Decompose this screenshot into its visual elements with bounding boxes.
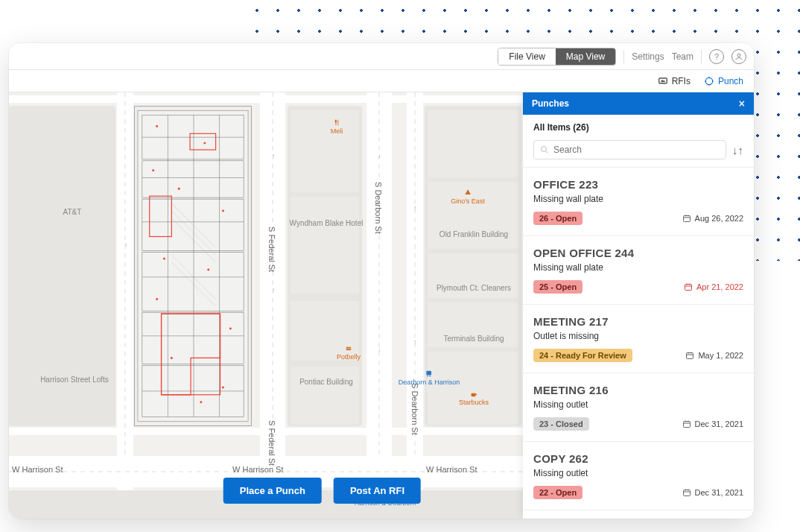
punch-title: OFFICE 223 — [533, 178, 743, 191]
punch-item[interactable]: OFFICE 240 — [523, 510, 754, 519]
transit-dearborn-harrison: Dearborn & Harrison — [399, 370, 460, 386]
poi-starbucks: Starbucks — [459, 390, 489, 406]
status-badge: 23 - Closed — [533, 417, 589, 431]
punch-title: COPY 262 — [533, 452, 743, 465]
map-view-tab[interactable]: Map View — [556, 48, 615, 65]
sort-icon[interactable]: ↓↑ — [732, 144, 743, 156]
svg-line-75 — [546, 151, 548, 153]
calendar-icon — [685, 351, 694, 360]
punch-item[interactable]: MEETING 216 Missing outlet 23 - Closed D… — [523, 373, 754, 442]
svg-rect-76 — [683, 216, 690, 222]
punch-date: Aug 26, 2022 — [682, 214, 743, 223]
punch-title: MEETING 217 — [533, 315, 743, 328]
svg-point-57 — [178, 188, 180, 190]
user-icon[interactable] — [731, 49, 746, 64]
map-label-pontiac: Pontiac Building — [299, 378, 353, 386]
separator — [701, 50, 702, 63]
punch-item[interactable]: MEETING 217 Outlet is missing 24 - Ready… — [523, 305, 754, 373]
svg-point-65 — [222, 386, 224, 388]
punch-list[interactable]: OFFICE 223 Missing wall plate 26 - Open … — [523, 168, 754, 519]
map-actions: Place a Punch Post An RFI — [223, 478, 421, 504]
punch-item[interactable]: COPY 262 Missing outlet 22 - Open Dec 31… — [523, 442, 754, 510]
status-badge: 22 - Open — [533, 486, 582, 499]
secondary-toolbar: RFIs Punch — [9, 70, 754, 92]
svg-rect-1 — [658, 77, 667, 83]
separator — [623, 50, 624, 63]
punch-tab[interactable]: Punch — [704, 76, 743, 86]
svg-rect-17 — [291, 197, 359, 294]
svg-rect-16 — [291, 110, 359, 192]
map-label-att: AT&T — [63, 208, 82, 216]
poi-ginos: Gino's East — [451, 189, 485, 205]
svg-point-59 — [163, 258, 165, 260]
team-link[interactable]: Team — [672, 51, 693, 62]
map-label-lofts: Harrison Street Lofts — [40, 376, 109, 384]
svg-point-69 — [427, 376, 428, 377]
poi-meli: Meli — [331, 119, 343, 135]
svg-point-60 — [207, 268, 209, 270]
punch-date: Apr 21, 2022 — [684, 282, 743, 291]
street-harrison-3: W Harrison St — [426, 465, 477, 474]
calendar-icon — [682, 419, 691, 428]
calendar-icon — [684, 282, 693, 291]
all-items-label: All Items (26) — [523, 115, 754, 137]
map-label-terminals: Terminals Building — [443, 335, 504, 343]
punch-desc: Missing wall plate — [533, 262, 743, 273]
place-punch-button[interactable]: Place a Punch — [223, 478, 322, 504]
status-badge: 26 - Open — [533, 212, 582, 225]
svg-point-54 — [156, 125, 158, 127]
help-icon[interactable]: ? — [709, 49, 724, 64]
punch-title: MEETING 216 — [533, 384, 743, 396]
view-toggle: File View Map View — [498, 48, 616, 66]
svg-point-61 — [156, 298, 158, 300]
punch-desc: Outlet is missing — [533, 331, 743, 341]
punches-panel: Punches × All Items (26) ↓↑ OFFICE 223 M… — [523, 92, 754, 519]
street-federal: S Federal St — [267, 227, 276, 272]
svg-point-62 — [229, 327, 232, 329]
svg-rect-88 — [683, 422, 690, 428]
svg-point-63 — [171, 357, 173, 359]
top-toolbar: File View Map View Settings Team ? — [9, 43, 754, 70]
rfis-label: RFIs — [672, 76, 691, 86]
file-view-tab[interactable]: File View — [498, 48, 555, 65]
svg-rect-80 — [685, 285, 692, 291]
post-rfi-button[interactable]: Post An RFI — [334, 478, 421, 504]
calendar-icon — [682, 214, 691, 223]
punch-date: Dec 31, 2021 — [682, 419, 743, 428]
svg-rect-24 — [428, 352, 518, 425]
svg-rect-92 — [683, 490, 690, 496]
punch-desc: Missing wall plate — [533, 194, 743, 204]
map-label-plymouth: Plymouth Ct. Cleaners — [436, 284, 511, 292]
svg-rect-19 — [291, 367, 359, 425]
svg-point-2 — [705, 77, 712, 84]
status-badge: 25 - Open — [533, 280, 582, 294]
search-input[interactable] — [553, 145, 720, 155]
floorplan-overlay[interactable] — [134, 106, 252, 426]
panel-header: Punches × — [523, 92, 754, 115]
search-icon — [540, 145, 549, 154]
svg-point-58 — [222, 209, 224, 212]
street-federal2: S Federal St — [267, 420, 276, 466]
svg-rect-68 — [427, 371, 432, 376]
map-label-wyndham: Wyndham Blake Hotel — [290, 219, 364, 227]
punch-title: OPEN OFFICE 244 — [533, 247, 743, 259]
svg-point-74 — [542, 147, 547, 152]
punch-date: May 1, 2022 — [685, 351, 743, 360]
street-dearborn2: S Dearborn St — [410, 383, 419, 435]
calendar-icon — [682, 488, 691, 497]
svg-rect-84 — [687, 353, 693, 359]
svg-point-64 — [200, 401, 202, 403]
svg-point-0 — [737, 54, 740, 57]
app-window: File View Map View Settings Team ? RFIs … — [9, 43, 754, 519]
punch-label: Punch — [718, 76, 743, 86]
close-icon[interactable]: × — [739, 98, 745, 110]
punch-desc: Missing outlet — [533, 399, 743, 410]
rfis-tab[interactable]: RFIs — [658, 76, 691, 86]
map-canvas[interactable]: ↑ ↑ ↓ ↓ ↑ ↑ ↑ — [9, 92, 754, 519]
settings-link[interactable]: Settings — [632, 51, 664, 62]
search-box[interactable] — [533, 140, 726, 159]
punch-item[interactable]: OPEN OFFICE 244 Missing wall plate 25 - … — [523, 236, 754, 305]
punch-desc: Missing outlet — [533, 468, 743, 478]
map-label-franklin: Old Franklin Building — [439, 230, 508, 238]
punch-item[interactable]: OFFICE 223 Missing wall plate 26 - Open … — [523, 168, 754, 236]
